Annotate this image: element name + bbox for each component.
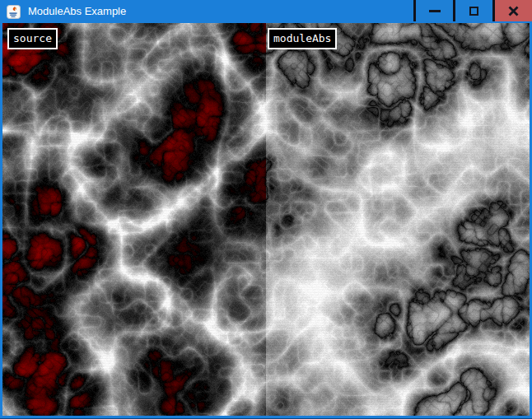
minimize-button[interactable] — [413, 0, 453, 21]
panel-label-source: source — [7, 28, 58, 49]
java-coffee-cup-icon — [7, 5, 21, 19]
close-button[interactable] — [492, 0, 532, 21]
panel-label-moduleabs: moduleAbs — [268, 28, 337, 49]
maximize-icon — [469, 7, 478, 16]
noise-render-canvas — [2, 23, 530, 416]
minimize-icon — [429, 10, 441, 12]
window: ModuleAbs Example source moduleAbs — [0, 0, 532, 419]
content-area: source moduleAbs — [2, 23, 530, 416]
maximize-button[interactable] — [453, 0, 492, 21]
close-icon — [508, 6, 519, 16]
titlebar[interactable]: ModuleAbs Example — [0, 0, 532, 23]
window-controls — [413, 0, 532, 21]
window-title: ModuleAbs Example — [28, 0, 413, 23]
